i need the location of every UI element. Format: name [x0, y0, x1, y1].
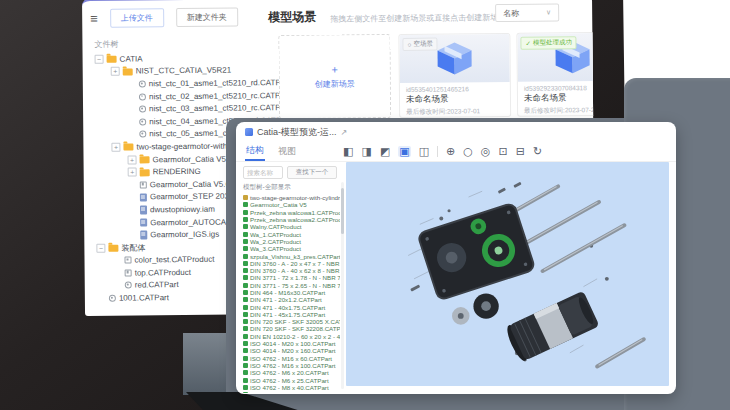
doc-icon [140, 206, 147, 215]
tree-item-label: top.CATProduct [135, 268, 191, 278]
part-node-icon [243, 268, 248, 273]
cad-tree-item-label: DIN 3771 - 72 x 1.78 - N - NBR 70.CATPar… [250, 274, 340, 281]
prod-icon [125, 269, 132, 276]
cad-tree-item[interactable]: DIN 471 - 20x1.2.CATPart [243, 296, 340, 303]
hamburger-icon[interactable]: ≡ [90, 12, 98, 25]
cad-tree-item[interactable]: two-stage-gearmotor-with-cylindrical-gea… [243, 194, 340, 201]
part-node-icon [243, 283, 248, 288]
cad-tree-item[interactable]: Wa_2.CATProduct [243, 238, 340, 245]
refresh-icon[interactable]: ↻ [533, 146, 542, 157]
hide-part-icon[interactable]: ⊟ [516, 146, 525, 157]
status-badge: ✓ 模型处理成功 [520, 36, 577, 50]
cad-tree-item[interactable]: DIN 720 SKF - SKF 32005 X.CATPart [243, 318, 340, 325]
prod-icon [140, 181, 147, 188]
cad-tree-item[interactable]: ISO 4762 - M8 x 40.CATPart [243, 384, 340, 391]
external-link-icon[interactable]: ↗ [341, 128, 348, 137]
cad-tree-item[interactable]: DIN 471 - 40x1.75.CATPart [243, 303, 340, 310]
create-scene-card[interactable]: + 创建新场景 [278, 34, 391, 119]
part-node-icon [243, 341, 248, 346]
cad-tree-item[interactable]: Gearmotor_Catia V5 [243, 201, 340, 208]
tab-view[interactable]: 视图 [277, 143, 297, 160]
section-icon[interactable]: ⊡ [498, 146, 507, 157]
search-input[interactable] [243, 166, 283, 179]
scene-card[interactable]: ✓ 模型处理成功 id5392923307084318 未命名场景 最后修改时间… [516, 32, 595, 117]
upload-file-button[interactable]: 上传文件 [110, 8, 164, 28]
cad-tree-item-label: szpula_Vishnu_k3_pres.CATPart [250, 253, 340, 260]
tab-structure[interactable]: 结构 [245, 142, 265, 161]
tree-item-label: CATIA [120, 54, 143, 63]
view-back-icon[interactable]: ◫ [419, 146, 429, 157]
cad-tree-item[interactable]: ISO 4014 - M20 x 100.CATPart [243, 340, 340, 347]
cad-tree-item-label: Wa_1.CATProduct [250, 231, 301, 238]
part-node-icon [243, 275, 248, 280]
folder-icon [108, 245, 118, 252]
folder-icon [123, 68, 133, 75]
tree-item-label: 装配体 [121, 242, 145, 253]
focus-icon[interactable]: ◎ [481, 146, 491, 157]
scene-id: id5392923307084318 [524, 84, 595, 92]
scene-card[interactable]: ○ 空场景 id5535401251465216 未命名场景 最后修改时间:20… [398, 33, 511, 118]
cad-tree-item[interactable]: ISO 4762 - M16 x 60.CATPart [243, 355, 340, 362]
zoom-reset-icon[interactable]: ○ [463, 146, 473, 157]
view-front-icon[interactable]: ◧ [343, 146, 353, 157]
view-isometric-icon[interactable]: ▣ [398, 146, 410, 157]
find-next-button[interactable]: 查找下一个 [287, 166, 337, 179]
3d-viewport[interactable] [346, 162, 669, 386]
scrollbar[interactable] [341, 182, 344, 389]
empty-dot-icon: ○ [407, 41, 411, 48]
cad-tree-item-label: ISO 4762 - M8 x 50.CATPart [250, 391, 329, 393]
cad-tree-item-label: DIN 471 - 20x1.2.CATPart [250, 296, 322, 303]
cad-tree-item[interactable]: Wa_1.CATProduct [243, 230, 340, 237]
cad-tree-item[interactable]: ISO 4762 - M8 x 50.CATPart [243, 391, 340, 393]
cad-tree-item[interactable]: ISO 4014 - M20 x 160.CATPart [243, 347, 340, 354]
cad-tree-item-label: ISO 4762 - M8 x 40.CATPart [250, 384, 329, 391]
part-node-icon [243, 334, 248, 339]
exploded-gearmotor-model [346, 162, 669, 386]
cad-tree-item-label: Gearmotor_Catia V5 [250, 201, 307, 208]
cad-tree-item[interactable]: szpula_Vishnu_k3_pres.CATPart [243, 252, 340, 259]
tree-expander[interactable]: + [128, 155, 137, 164]
tree-expander[interactable]: + [111, 143, 120, 152]
cad-tree-item[interactable]: DIN 720 SKF - SKF 32208.CATPart [243, 325, 340, 332]
fit-view-icon[interactable]: ⊕ [446, 146, 455, 157]
cad-tree-item-label: DIN 3760 - A - 20 x 47 x 7 - NBR.CATPart [250, 260, 340, 267]
cad-tree-item[interactable]: Walny.CATProduct [243, 223, 340, 230]
tree-item-label: dwustopniowy.iam [150, 205, 215, 215]
tree-item-label: Gearmotor_Catia V5 [153, 154, 226, 164]
cad-tree-item[interactable]: DIN 3760 - A - 20 x 47 x 7 - NBR.CATPart [243, 260, 340, 267]
view-side-icon[interactable]: ◩ [380, 146, 390, 157]
sort-select[interactable]: 名称 ∨ [495, 3, 559, 22]
cad-tree-item[interactable]: DIN 3771 - 75 x 2.65 - N - NBR 70.CATPar… [243, 282, 340, 289]
cad-tree-item-label: ISO 4762 - M6 x 20.CATPart [250, 369, 329, 376]
doc-icon [140, 218, 147, 227]
cad-tree-item[interactable]: ISO 4762 - M6 x 20.CATPart [243, 369, 340, 376]
cad-tree-item[interactable]: Wa_3.CATProduct [243, 245, 340, 252]
cad-tree-item[interactable]: ISO 4762 - M16 x 100.CATPart [243, 362, 340, 369]
model-tree-caption: 模型树-全部显示 [243, 183, 340, 192]
part-icon [109, 295, 116, 302]
cad-tree-item[interactable]: Przek_zebna walcowa2.CATProduct [243, 216, 340, 223]
cad-tree-item[interactable]: DIN 3760 - A - 40 x 62 x 8 - NBR.CATPart [243, 267, 340, 274]
cad-titlebar: Catia-模型预览-运... ↗ [236, 122, 676, 142]
cad-tree-item-label: DIN EN 10210-2 - 60 x 20 x 2 - 400.CATPa… [250, 333, 340, 340]
new-folder-button[interactable]: 新建文件夹 [176, 8, 238, 28]
scene-thumbnail: ○ 空场景 [399, 34, 509, 83]
tree-expander[interactable]: − [95, 55, 104, 64]
part-node-icon [243, 312, 248, 317]
scrollbar-thumb[interactable] [341, 188, 344, 234]
cad-tree-item-label: DIN 464 - M16x30.CATPart [250, 289, 325, 296]
tree-item-label: color_test.CATProduct [134, 255, 214, 265]
cad-tree-item[interactable]: ISO 4762 - M6 x 25.CATPart [243, 376, 340, 383]
cad-tree-item[interactable]: DIN 471 - 45x1.75.CATPart [243, 311, 340, 318]
tree-expander[interactable]: + [111, 67, 120, 76]
model-tree: two-stage-gearmotor-with-cylindrical-gea… [243, 194, 340, 393]
cad-tree-item-label: Przek_zebna walcowa1.CATProduct [250, 209, 340, 216]
cad-tree-item[interactable]: Przek_zebna walcowa1.CATProduct [243, 209, 340, 216]
cad-tree-item[interactable]: DIN 3771 - 72 x 1.78 - N - NBR 70.CATPar… [243, 274, 340, 281]
cad-tree-item[interactable]: DIN 464 - M16x30.CATPart [243, 289, 340, 296]
tree-expander[interactable]: − [96, 243, 105, 252]
view-top-icon[interactable]: ◨ [361, 146, 371, 157]
part-icon [139, 118, 146, 125]
cad-tree-item[interactable]: DIN EN 10210-2 - 60 x 20 x 2 - 400.CATPa… [243, 333, 340, 340]
tree-expander[interactable]: + [128, 168, 137, 177]
